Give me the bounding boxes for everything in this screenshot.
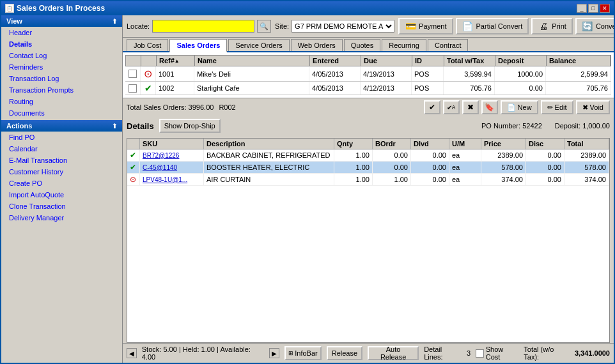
stock-info: Stock: 5.00 | Held: 1.00 | Available: 4.…: [142, 345, 265, 361]
sidebar-item-details[interactable]: Details: [1, 38, 122, 50]
bookmark-btn[interactable]: 🔖: [481, 100, 498, 114]
row1-name: Mike's Deli: [194, 66, 309, 81]
new-button[interactable]: 📄 New: [501, 100, 538, 114]
tab-quotes[interactable]: Quotes: [344, 39, 380, 51]
orders-footer: Total Sales Orders: 3996.00 R002 ✔ ✔A ✖ …: [123, 98, 614, 116]
convert-icon: 🔄: [582, 21, 593, 31]
col-id: ID: [412, 56, 444, 66]
tab-web-orders[interactable]: Web Orders: [291, 39, 343, 51]
tab-service-orders[interactable]: Service Orders: [228, 39, 289, 51]
dr2-dlvd: 0.00: [411, 162, 449, 173]
dr1-status: ✔: [127, 149, 140, 161]
view-header-label: View: [6, 17, 22, 25]
close-button[interactable]: ✕: [600, 4, 610, 13]
col-ref-label: Ref#: [159, 57, 175, 64]
sidebar-item-routing[interactable]: Routing: [1, 96, 122, 107]
sidebar-item-email-transaction[interactable]: E-Mail Transaction: [1, 155, 122, 166]
row1-checkbox[interactable]: [125, 66, 141, 81]
row2-status: ✔: [141, 82, 156, 95]
detail-row-1[interactable]: ✔ BR72@1226 BACKBAR CABINET, REFRIGERATE…: [127, 149, 609, 162]
print-label: Print: [552, 22, 566, 30]
dcol-qnty: Qnty: [334, 139, 373, 149]
order-row-1[interactable]: ⊙ 1001 Mike's Deli 4/05/2013 4/19/2013 P…: [125, 66, 611, 82]
orders-table-header: Ref# ▲ Name Entered Due ID Total w/Tax D…: [125, 55, 611, 66]
partial-convert-icon: 📄: [462, 21, 474, 31]
sidebar-item-find-po[interactable]: Find PO: [1, 132, 122, 143]
bottom-right: ⊞ InfoBar Release Auto Release Detail Li…: [284, 345, 610, 361]
dr2-sku[interactable]: C-45@1140: [140, 162, 204, 173]
sidebar-item-transaction-log[interactable]: Transaction Log: [1, 73, 122, 84]
convert-button[interactable]: 🔄 Convert: [575, 18, 614, 34]
dr3-bordr: 1.00: [373, 174, 411, 185]
sidebar-item-reminders[interactable]: Reminders: [1, 61, 122, 73]
site-select[interactable]: G7 PRM DEMO REMOTE A: [292, 20, 394, 33]
show-cost-checkbox[interactable]: [476, 349, 484, 358]
site-area: Site: G7 PRM DEMO REMOTE A: [275, 20, 394, 33]
dcol-price: Price: [481, 139, 526, 149]
view-section-header[interactable]: View ⬆: [1, 15, 122, 27]
actions-header-label: Actions: [6, 122, 32, 130]
sidebar-item-transaction-prompts[interactable]: Transaction Prompts: [1, 84, 122, 96]
sidebar-item-customer-history[interactable]: Customer History: [1, 166, 122, 178]
maximize-button[interactable]: □: [588, 4, 598, 13]
row1-check-box[interactable]: [128, 70, 137, 78]
row2-check-box[interactable]: [128, 84, 137, 93]
edit-button[interactable]: ✏ Edit: [541, 100, 573, 114]
print-button[interactable]: 🖨 Print: [531, 18, 573, 34]
sidebar-item-calendar[interactable]: Calendar: [1, 143, 122, 155]
tab-contract[interactable]: Contract: [428, 39, 469, 51]
locate-label: Locate:: [127, 22, 150, 30]
nav-prev-button[interactable]: ◀: [127, 348, 137, 358]
sidebar-item-clone-transaction[interactable]: Clone Transaction: [1, 201, 122, 212]
dr2-status: ✔: [127, 162, 140, 173]
sidebar-item-contact-log[interactable]: Contact Log: [1, 50, 122, 61]
footer-action-buttons: ✔ ✔A ✖ 🔖 📄 New ✏ Edit ✖ Void: [424, 100, 610, 114]
void-button[interactable]: ✖ Void: [576, 100, 610, 114]
release-button[interactable]: Release: [327, 346, 362, 360]
tab-sales-orders[interactable]: Sales Orders: [169, 39, 227, 52]
row2-entered: 4/05/2013: [309, 82, 361, 95]
payment-button[interactable]: 💳 Payment: [398, 18, 453, 34]
total-wotax-value: 3,341.0000: [575, 349, 610, 357]
detail-row-3[interactable]: ⊙ LPV48-1U@1... AIR CURTAIN 1.00 1.00 0.…: [127, 174, 609, 186]
x-btn[interactable]: ✖: [462, 100, 479, 114]
infobar-label: InfoBar: [295, 349, 317, 357]
checkmark-btn-2[interactable]: ✔A: [443, 100, 460, 114]
new-label: New: [518, 103, 532, 111]
tab-job-cost[interactable]: Job Cost: [127, 39, 168, 51]
dr1-desc: BACKBAR CABINET, REFRIGERATED: [204, 149, 334, 161]
actions-section-header[interactable]: Actions ⬆: [1, 120, 122, 132]
sidebar-item-documents[interactable]: Documents: [1, 107, 122, 119]
dr1-sku[interactable]: BR72@1226: [140, 149, 204, 161]
sidebar-item-delivery-manager[interactable]: Delivery Manager: [1, 212, 122, 224]
bottom-bar: ◀ Stock: 5.00 | Held: 1.00 | Available: …: [123, 343, 614, 363]
show-drop-ship-button[interactable]: Show Drop-Ship: [159, 119, 221, 133]
partial-convert-label: Partial Convert: [476, 22, 523, 30]
dr3-sku[interactable]: LPV48-1U@1...: [140, 174, 204, 185]
deposit-info: Deposit: 1,000.00: [555, 122, 610, 130]
locate-input[interactable]: [152, 20, 254, 33]
infobar-button[interactable]: ⊞ InfoBar: [284, 346, 321, 360]
sidebar-item-import-autoquote[interactable]: Import AutoQuote: [1, 189, 122, 201]
partial-convert-button[interactable]: 📄 Partial Convert: [456, 18, 529, 34]
tab-recurring[interactable]: Recurring: [382, 39, 426, 51]
details-info: PO Number: 52422 Deposit: 1,000.00: [481, 122, 610, 130]
sidebar-item-create-po[interactable]: Create PO: [1, 178, 122, 189]
show-cost-area: Show Cost: [476, 345, 518, 361]
payment-icon: 💳: [405, 21, 416, 31]
nav-next-button[interactable]: ▶: [269, 348, 279, 358]
auto-release-button[interactable]: Auto Release: [368, 346, 419, 360]
order-row-2[interactable]: ✔ 1002 Starlight Cafe 4/05/2013 4/12/201…: [125, 82, 611, 95]
row1-total: 3,599.94: [444, 66, 495, 81]
row2-checkbox[interactable]: [125, 82, 141, 95]
checkmark-btn-1[interactable]: ✔: [424, 100, 440, 114]
minimize-button[interactable]: _: [577, 4, 587, 13]
detail-row-2[interactable]: ✔ C-45@1140 BOOSTER HEATER, ELECTRIC 1.0…: [127, 162, 609, 174]
dr2-bordr: 0.00: [373, 162, 411, 173]
dcol-um: U/M: [449, 139, 481, 149]
col-balance: Balance: [547, 56, 611, 66]
view-collapse-icon: ⬆: [112, 18, 117, 25]
locate-search-button[interactable]: 🔍: [257, 20, 271, 33]
sidebar-item-header[interactable]: Header: [1, 27, 122, 38]
convert-label: Convert: [596, 22, 614, 30]
